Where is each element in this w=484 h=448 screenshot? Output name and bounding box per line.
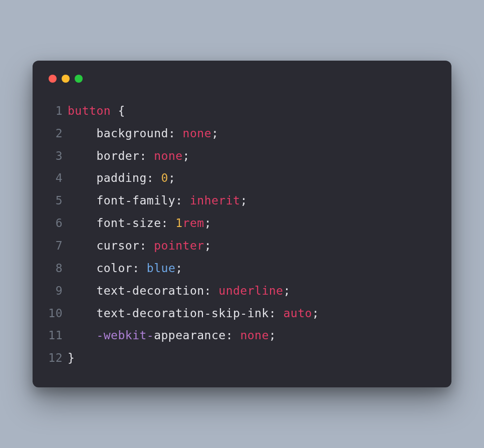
line-number: 5 — [46, 189, 68, 212]
code-line: 10 text-decoration-skip-ink: auto; — [46, 302, 433, 325]
line-content: cursor: pointer; — [68, 235, 433, 257]
code-token: cursor — [68, 239, 139, 252]
code-token — [68, 329, 96, 342]
code-token: : — [204, 284, 211, 297]
maximize-icon[interactable] — [75, 75, 83, 83]
code-token — [139, 262, 146, 275]
code-token: { — [118, 104, 125, 117]
code-token: none — [240, 329, 269, 342]
code-token: none — [154, 149, 182, 162]
line-content: padding: 0; — [68, 167, 433, 189]
code-token: appearance — [154, 329, 225, 342]
code-line: 5 font-family: inherit; — [46, 189, 433, 212]
code-line: 12} — [46, 347, 433, 369]
code-token: } — [68, 351, 75, 364]
line-number: 4 — [46, 167, 68, 189]
code-token — [111, 104, 118, 117]
code-token: ; — [183, 149, 190, 162]
code-token: none — [183, 127, 211, 140]
code-token: : — [168, 127, 175, 140]
line-content: border: none; — [68, 145, 433, 167]
code-token: font-family — [68, 194, 175, 207]
code-token: inherit — [190, 194, 240, 207]
code-token: ; — [283, 284, 290, 297]
line-number: 8 — [46, 257, 68, 280]
code-line: 9 text-decoration: underline; — [46, 280, 433, 302]
code-token: ; — [168, 171, 175, 184]
window-titlebar — [46, 74, 433, 100]
line-content: -webkit-appearance: none; — [68, 324, 433, 347]
line-content: text-decoration: underline; — [68, 280, 433, 302]
code-token: ; — [312, 307, 319, 320]
code-token — [147, 149, 154, 162]
code-token: text-decoration-skip-ink — [68, 307, 269, 320]
code-token: : — [175, 194, 182, 207]
code-line: 3 border: none; — [46, 145, 433, 167]
code-token: ; — [240, 194, 247, 207]
code-token: : — [139, 149, 146, 162]
code-line: 2 background: none; — [46, 122, 433, 145]
line-number: 3 — [46, 145, 68, 167]
line-content: } — [68, 347, 433, 369]
code-token: button — [68, 104, 111, 117]
line-content: color: blue; — [68, 257, 433, 280]
code-token: : — [132, 262, 139, 275]
code-token: ; — [211, 127, 218, 140]
code-token — [211, 284, 218, 297]
code-token — [175, 127, 182, 140]
line-number: 6 — [46, 212, 68, 235]
code-line: 1button { — [46, 100, 433, 122]
code-token: : — [147, 171, 154, 184]
code-token: ; — [175, 262, 182, 275]
code-token: padding — [68, 171, 147, 184]
line-number: 7 — [46, 235, 68, 257]
line-number: 2 — [46, 122, 68, 145]
code-token: rem — [183, 216, 204, 230]
code-token: : — [161, 216, 168, 230]
code-line: 7 cursor: pointer; — [46, 235, 433, 257]
line-number: 9 — [46, 280, 68, 302]
code-line: 11 -webkit-appearance: none; — [46, 324, 433, 347]
code-token: blue — [147, 262, 175, 275]
code-line: 8 color: blue; — [46, 257, 433, 280]
code-token: background — [68, 127, 168, 140]
code-token: : — [139, 239, 146, 252]
code-token — [147, 239, 154, 252]
code-token — [183, 194, 190, 207]
code-line: 4 padding: 0; — [46, 167, 433, 189]
line-number: 1 — [46, 100, 68, 122]
code-token: ; — [269, 329, 276, 342]
code-token: font-size — [68, 216, 161, 230]
code-line: 6 font-size: 1rem; — [46, 212, 433, 235]
code-window: 1button {2 background: none;3 border: no… — [33, 61, 451, 387]
code-token — [168, 216, 175, 230]
code-token: text-decoration — [68, 284, 204, 297]
code-token — [233, 329, 240, 342]
code-token: underline — [218, 284, 283, 297]
code-token: -webkit- — [96, 329, 154, 342]
code-token — [276, 307, 283, 320]
code-token: auto — [283, 307, 312, 320]
minimize-icon[interactable] — [62, 75, 70, 83]
code-token: ; — [204, 216, 211, 230]
code-token: pointer — [154, 239, 204, 252]
code-token: 1 — [175, 216, 182, 230]
line-content: font-size: 1rem; — [68, 212, 433, 235]
line-content: text-decoration-skip-ink: auto; — [68, 302, 433, 325]
line-number: 12 — [46, 347, 68, 369]
code-token — [154, 171, 161, 184]
code-token: : — [269, 307, 276, 320]
code-token: ; — [204, 239, 211, 252]
line-content: font-family: inherit; — [68, 189, 433, 212]
code-token: border — [68, 149, 139, 162]
code-token: color — [68, 262, 132, 275]
line-content: button { — [68, 100, 433, 122]
code-block: 1button {2 background: none;3 border: no… — [46, 100, 433, 369]
line-number: 10 — [46, 302, 68, 325]
line-number: 11 — [46, 324, 68, 347]
close-icon[interactable] — [49, 75, 57, 83]
line-content: background: none; — [68, 122, 433, 145]
code-token: : — [226, 329, 233, 342]
code-token: 0 — [161, 171, 168, 184]
